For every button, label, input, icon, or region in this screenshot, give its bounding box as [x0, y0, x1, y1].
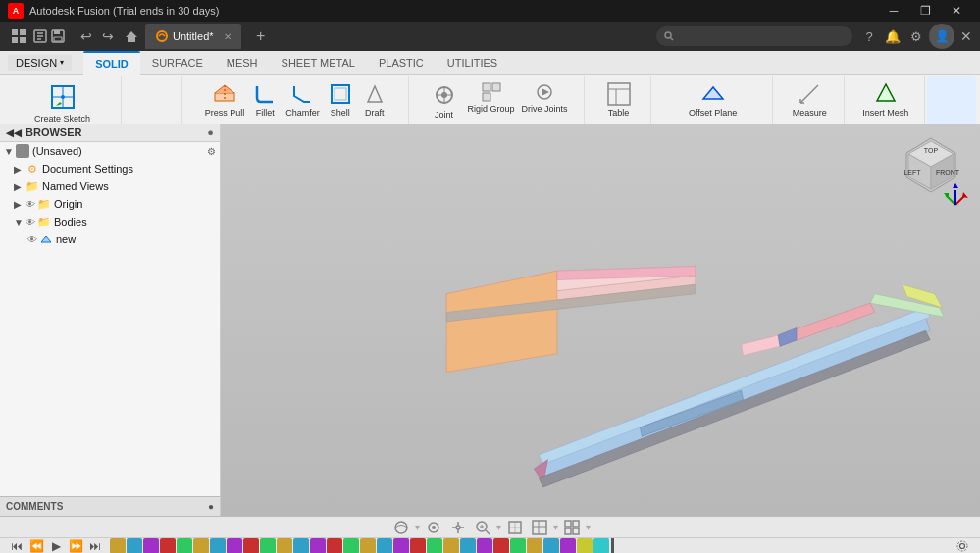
browser-item-new-body[interactable]: 👁 new	[0, 230, 220, 248]
settings-button[interactable]: ⚙	[905, 25, 927, 47]
timeline-item-29[interactable]	[577, 538, 593, 553]
display-mode-icon[interactable]	[529, 518, 550, 537]
timeline-play-button[interactable]: ▶	[47, 538, 65, 553]
tool-chamfer[interactable]: Chamfer	[283, 78, 323, 121]
new-tab-button[interactable]: +	[249, 25, 273, 47]
workspace-tabs: DESIGN ▾ SOLID SURFACE MESH SHEET METAL …	[0, 51, 980, 75]
tool-offset-plane[interactable]: Offset Plane	[686, 78, 740, 121]
undo-button[interactable]: ↩	[77, 26, 96, 46]
timeline-item-13[interactable]	[310, 538, 326, 553]
timeline-item-1[interactable]	[110, 538, 126, 553]
timeline-item-27[interactable]	[543, 538, 559, 553]
timeline-item-5[interactable]	[177, 538, 192, 553]
tab-mesh-label: MESH	[227, 57, 258, 69]
look-at-icon[interactable]	[423, 518, 444, 537]
user-avatar[interactable]: 👤	[929, 24, 954, 49]
timeline-item-4[interactable]	[160, 538, 176, 553]
close-button[interactable]: ✕	[941, 0, 972, 22]
zoom-icon[interactable]	[472, 518, 493, 537]
home-button[interactable]	[122, 26, 141, 46]
browser-item-root[interactable]: ▼ (Unsaved) ⚙	[0, 142, 220, 160]
save-button[interactable]	[51, 29, 65, 43]
timeline-item-6[interactable]	[193, 538, 209, 553]
timeline-bar: ⏮ ⏪ ▶ ⏩ ⏭	[0, 538, 980, 553]
timeline-item-14[interactable]	[327, 538, 342, 553]
search-bar[interactable]	[656, 26, 852, 46]
browser-menu-button[interactable]: ●	[207, 126, 214, 138]
comments-toggle[interactable]: ●	[208, 501, 214, 512]
tab-plastic[interactable]: PLASTIC	[367, 51, 436, 75]
pan-icon[interactable]	[447, 518, 469, 537]
tab-untitled[interactable]: Untitled* ✕	[145, 24, 241, 49]
timeline-item-20[interactable]	[427, 538, 442, 553]
tab-surface[interactable]: SURFACE	[140, 51, 215, 75]
grid-icon[interactable]	[8, 25, 29, 47]
svg-rect-38	[483, 93, 490, 101]
timeline-item-17[interactable]	[377, 538, 392, 553]
timeline-item-18[interactable]	[393, 538, 409, 553]
comments-label: COMMENTS	[6, 501, 63, 512]
tool-shell[interactable]: Shell	[324, 78, 357, 121]
tool-drive-joints[interactable]: Drive Joints	[519, 78, 571, 117]
eye-icon-origin[interactable]: 👁	[26, 199, 35, 210]
timeline-item-28[interactable]	[560, 538, 576, 553]
timeline-item-21[interactable]	[443, 538, 459, 553]
browser-item-named-views[interactable]: ▶ 📁 Named Views	[0, 177, 220, 195]
timeline-item-19[interactable]	[410, 538, 426, 553]
timeline-end-button[interactable]: ⏭	[86, 538, 104, 553]
tool-create-sketch[interactable]: Create Sketch	[31, 78, 93, 126]
tool-measure[interactable]: Measure	[790, 78, 830, 121]
timeline-item-15[interactable]	[343, 538, 359, 553]
timeline-item-12[interactable]	[293, 538, 309, 553]
help-button[interactable]: ?	[858, 25, 880, 47]
minimize-button[interactable]: ─	[878, 0, 909, 22]
timeline-item-26[interactable]	[527, 538, 542, 553]
tab-mesh[interactable]: MESH	[215, 51, 270, 75]
timeline-item-9[interactable]	[243, 538, 259, 553]
file-menu[interactable]	[33, 29, 47, 43]
search-close-button[interactable]: ✕	[960, 28, 972, 44]
tool-fillet[interactable]: Fillet	[248, 78, 282, 121]
eye-icon-bodies[interactable]: 👁	[26, 217, 35, 227]
visibility-toggle[interactable]: ⚙	[207, 146, 216, 157]
tool-rigid-group[interactable]: Rigid Group	[465, 78, 518, 117]
timeline-item-30[interactable]	[593, 538, 609, 553]
timeline-item-7[interactable]	[210, 538, 226, 553]
fit-icon[interactable]	[504, 518, 526, 537]
timeline-item-22[interactable]	[460, 538, 476, 553]
tool-insert-mesh[interactable]: Insert Mesh	[859, 78, 911, 121]
tab-solid[interactable]: SOLID	[83, 51, 140, 75]
timeline-settings-button[interactable]	[953, 538, 972, 553]
timeline-item-16[interactable]	[360, 538, 376, 553]
redo-button[interactable]: ↪	[98, 26, 118, 46]
tab-sheet-metal[interactable]: SHEET METAL	[270, 51, 367, 75]
tab-utilities[interactable]: UTILITIES	[436, 51, 509, 75]
tab-close-button[interactable]: ✕	[224, 31, 232, 42]
timeline-item-25[interactable]	[510, 538, 526, 553]
browser-collapse-icon[interactable]: ◀◀	[6, 127, 22, 138]
tool-draft[interactable]: Draft	[358, 78, 391, 121]
timeline-item-24[interactable]	[493, 538, 509, 553]
orbit-icon[interactable]	[390, 518, 412, 537]
timeline-next-button[interactable]: ⏩	[67, 538, 84, 553]
browser-item-doc-settings[interactable]: ▶ ⚙ Document Settings	[0, 160, 220, 177]
timeline-item-8[interactable]	[227, 538, 242, 553]
restore-button[interactable]: ❐	[909, 0, 941, 22]
browser-item-origin[interactable]: ▶ 👁 📁 Origin	[0, 195, 220, 213]
timeline-item-23[interactable]	[477, 538, 492, 553]
tool-table[interactable]: Table	[602, 78, 636, 121]
tool-joint[interactable]: Joint	[425, 78, 464, 123]
timeline-item-3[interactable]	[143, 538, 159, 553]
eye-icon-new-body[interactable]: 👁	[27, 234, 37, 245]
timeline-item-11[interactable]	[277, 538, 292, 553]
notification-button[interactable]: 🔔	[882, 25, 903, 47]
timeline-item-10[interactable]	[260, 538, 276, 553]
design-dropdown[interactable]: DESIGN ▾	[8, 55, 72, 71]
viewport[interactable]: TOP LEFT FRONT	[221, 124, 980, 516]
browser-item-bodies[interactable]: ▼ 👁 📁 Bodies	[0, 213, 220, 230]
grid-display-icon[interactable]	[561, 518, 583, 537]
tool-press-pull[interactable]: Press Pull	[202, 78, 248, 121]
timeline-item-2[interactable]	[127, 538, 142, 553]
timeline-start-button[interactable]: ⏮	[8, 538, 26, 553]
timeline-prev-button[interactable]: ⏪	[27, 538, 45, 553]
